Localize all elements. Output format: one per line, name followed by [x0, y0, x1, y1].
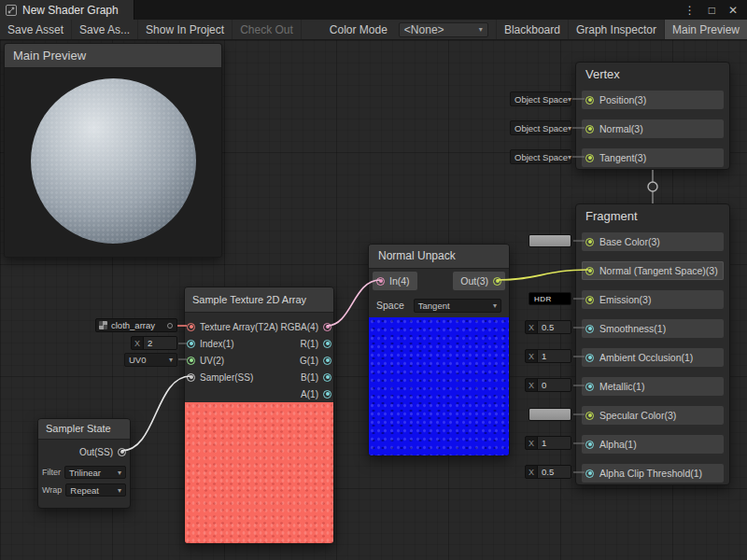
fragment-node[interactable]: Fragment Base Color(3) Normal (Tangent S… — [575, 203, 730, 485]
chevron-down-icon: ▾ — [479, 25, 483, 34]
r-port[interactable] — [323, 340, 331, 348]
fragment-port-row-smoothness: Smoothness(1) — [582, 319, 724, 338]
texture-icon — [99, 321, 107, 329]
normal-space-dropdown[interactable]: Object Space ▾ — [510, 120, 571, 135]
ambient-occlusion-label: Ambient Occlusion(1) — [599, 352, 693, 363]
filter-label: Filter — [42, 468, 61, 477]
output-row-a: A(1) — [280, 385, 331, 402]
uv-port[interactable] — [187, 357, 195, 365]
in-port[interactable] — [376, 277, 385, 286]
out-port-row: Out(3) — [453, 272, 505, 290]
out-port[interactable] — [493, 277, 501, 286]
normal-ts-port[interactable] — [585, 267, 594, 275]
sample-inputs: Texture Array(T2A) Index(1) UV(2) Sample… — [187, 318, 278, 385]
fragment-port-row-ambient-occlusion: Ambient Occlusion(1) — [582, 348, 724, 367]
position-port[interactable] — [585, 96, 594, 105]
alpha-label: Alpha(1) — [599, 439, 637, 450]
document-tab[interactable]: New Shader Graph — [0, 0, 134, 20]
specular-color-swatch[interactable] — [529, 408, 571, 421]
alpha-clip-port[interactable] — [585, 469, 594, 478]
index-field[interactable]: X 2 — [131, 336, 177, 350]
graph-inspector-button[interactable]: Graph Inspector — [568, 20, 664, 39]
emission-port[interactable] — [585, 296, 594, 304]
base-color-swatch[interactable] — [529, 234, 571, 247]
emission-hdr-swatch[interactable]: HDR — [529, 292, 571, 305]
blackboard-button[interactable]: Blackboard — [496, 20, 568, 39]
vertex-port-row-normal: Normal(3) — [582, 119, 724, 138]
texture-array-object-field[interactable]: cloth_array — [95, 318, 177, 332]
out-ss-label: Out(SS) — [79, 447, 113, 457]
fragment-port-row-alpha-clip: Alpha Clip Threshold(1) — [582, 464, 724, 483]
object-picker-icon[interactable] — [167, 323, 173, 329]
position-port-label: Position(3) — [599, 94, 646, 105]
smoothness-field[interactable]: X 0.5 — [525, 320, 571, 334]
normal-unpack-title: Normal Unpack — [369, 245, 509, 269]
color-mode-dropdown[interactable]: <None> ▾ — [399, 22, 488, 37]
save-as-button[interactable]: Save As... — [72, 20, 138, 39]
chevron-down-icon: ▾ — [118, 469, 121, 477]
metallic-port[interactable] — [585, 383, 594, 391]
tangent-port[interactable] — [585, 154, 594, 162]
index-value: 2 — [144, 337, 176, 349]
index-port[interactable] — [187, 340, 195, 348]
input-row-texture-array: Texture Array(T2A) — [187, 318, 278, 335]
normal-port-label: Normal(3) — [599, 123, 643, 134]
specular-color-port[interactable] — [585, 412, 594, 420]
fragment-rows: Base Color(3) Normal (Tangent Space)(3) … — [576, 229, 729, 486]
texture-array-port[interactable] — [187, 323, 195, 331]
sampler-state-node[interactable]: Sampler State Out(SS) Filter Trilinear ▾… — [37, 418, 131, 509]
main-preview-button[interactable]: Main Preview — [664, 20, 747, 39]
metallic-field[interactable]: X 0 — [525, 378, 571, 392]
wrap-dropdown[interactable]: Repeat ▾ — [65, 483, 126, 497]
rgba-port[interactable] — [323, 323, 331, 331]
ambient-occlusion-port[interactable] — [585, 354, 594, 362]
space-dropdown[interactable]: Tangent ▾ — [414, 299, 501, 313]
position-space-value: Object Space — [514, 94, 568, 105]
tangent-port-label: Tangent(3) — [599, 152, 646, 163]
out-ss-port[interactable] — [118, 448, 126, 456]
input-row-index: Index(1) — [187, 335, 278, 352]
wrap-label: Wrap — [42, 485, 62, 495]
main-preview-body — [5, 68, 221, 257]
chevron-down-icon: ▾ — [493, 301, 497, 310]
toolbar-right-group: Blackboard Graph Inspector Main Preview — [496, 20, 747, 39]
vertex-node[interactable]: Vertex Position(3) Normal(3) Tangent(3) — [575, 62, 730, 170]
position-space-dropdown[interactable]: Object Space ▾ — [510, 91, 571, 106]
alpha-field[interactable]: X 1 — [525, 436, 571, 450]
g-label: G(1) — [300, 356, 318, 366]
ambient-occlusion-field[interactable]: X 1 — [525, 349, 571, 363]
filter-dropdown[interactable]: Trilinear ▾ — [64, 466, 126, 479]
kebab-menu-icon[interactable]: ⋮ — [684, 5, 696, 16]
normal-unpack-node[interactable]: Normal Unpack In(4) Out(3) Space Tangent… — [368, 244, 510, 456]
b-label: B(1) — [301, 372, 318, 383]
normal-port[interactable] — [585, 125, 594, 133]
wrap-value: Repeat — [70, 485, 99, 496]
color-mode-label: Color Mode — [302, 20, 395, 39]
show-in-project-button[interactable]: Show In Project — [138, 20, 233, 39]
wrap-row: Wrap Repeat ▾ — [42, 483, 126, 497]
toolbar: Save Asset Save As... Show In Project Ch… — [0, 20, 747, 40]
vertex-port-row-position: Position(3) — [582, 91, 724, 109]
tangent-space-dropdown[interactable]: Object Space ▾ — [510, 149, 571, 164]
sample-texture-2d-array-node[interactable]: Sample Texture 2D Array Texture Array(T2… — [184, 287, 334, 544]
uv-channel-dropdown[interactable]: UV0 ▾ — [124, 353, 177, 367]
smoothness-value: 0.5 — [538, 321, 571, 333]
smoothness-port[interactable] — [585, 325, 594, 333]
fragment-port-row-metallic: Metallic(1) — [582, 377, 724, 396]
alpha-port[interactable] — [585, 441, 594, 449]
base-color-port[interactable] — [585, 238, 594, 246]
save-asset-button[interactable]: Save Asset — [0, 20, 72, 39]
chevron-down-icon: ▾ — [568, 124, 571, 133]
color-mode-value: <None> — [404, 23, 444, 36]
fragment-port-row-normal-ts: Normal (Tangent Space)(3) — [582, 261, 724, 280]
sampler-port[interactable] — [187, 373, 195, 382]
tab-title: New Shader Graph — [22, 4, 119, 17]
g-port[interactable] — [323, 357, 331, 365]
close-icon[interactable]: ✕ — [728, 5, 738, 16]
metallic-value: 0 — [538, 379, 571, 391]
a-port[interactable] — [323, 390, 331, 399]
output-row-r: R(1) — [280, 335, 331, 352]
b-port[interactable] — [323, 373, 331, 382]
alpha-clip-field[interactable]: X 0.5 — [525, 465, 571, 479]
maximize-icon[interactable]: □ — [709, 5, 715, 16]
